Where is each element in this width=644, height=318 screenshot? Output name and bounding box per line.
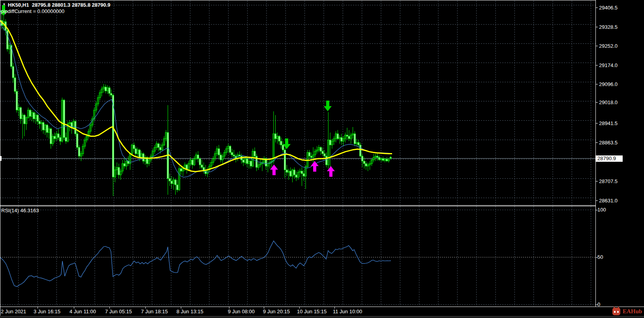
price-axis-label: 28631.0 <box>599 198 618 204</box>
time-axis-label: 11 Jun 10:00 <box>333 309 362 314</box>
window-bottom-edge <box>0 316 644 318</box>
up-signal-arrow <box>270 165 278 175</box>
time-axis-label: 9 Jun 08:00 <box>228 309 255 314</box>
grid-lines <box>0 1 595 306</box>
rsi-axis-label: 50 <box>597 254 603 260</box>
time-axis-label: 2 Jun 2021 <box>1 309 26 314</box>
price-axis-label: 29328.5 <box>599 24 618 30</box>
rsi-line <box>0 241 391 287</box>
rsi-name: RSI(14) <box>1 208 19 213</box>
time-axis-label: 7 Jun 18:15 <box>141 309 168 314</box>
rsi-axis-label: 0 <box>597 302 600 307</box>
ma-slow-line <box>0 21 392 172</box>
rsi-axis-label: 100 <box>597 207 606 213</box>
price-axis-label: 29406.5 <box>599 5 618 11</box>
time-axis-label: 9 Jun 20:15 <box>263 309 290 314</box>
time-axis-label: 8 Jun 13:15 <box>176 309 203 314</box>
price-axis-label: 28941.5 <box>599 121 618 126</box>
time-axis-label: 7 Jun 05:15 <box>105 309 132 314</box>
price-axis-label: 29252.0 <box>599 43 618 49</box>
rsi-indicator-label: RSI(14) 46.3163 <box>1 208 39 213</box>
eahub-branding: EAHub <box>612 308 642 315</box>
eahub-logo-icon <box>612 308 620 315</box>
price-axis-label: 29096.0 <box>599 82 618 87</box>
down-signal-arrow <box>324 101 332 111</box>
current-price-badge: 28790.9 <box>596 155 623 162</box>
price-chart-canvas[interactable] <box>0 0 644 318</box>
pane-borders <box>0 0 644 316</box>
price-axis-label: 28863.5 <box>599 140 618 146</box>
time-axis-label: 3 Jun 16:15 <box>34 309 60 314</box>
price-axis-label: 29018.0 <box>599 100 618 105</box>
chart-title: HK50,H1 28795.8 28801.3 28785.8 28790.9 <box>8 2 111 8</box>
chart-window: ▼ HK50,H1 28795.8 28801.3 28785.8 28790.… <box>0 0 644 318</box>
indicator-value-label: pipdiffCurrent = 0.00000000 <box>1 8 64 14</box>
rsi-current-value: 46.3163 <box>20 208 39 213</box>
chart-dropdown-icon[interactable]: ▼ <box>2 2 6 7</box>
price-axis-label: 28707.5 <box>599 179 618 184</box>
time-axis-label: 10 Jun 15:15 <box>297 309 327 314</box>
chart-title-symbol: HK50,H1 <box>8 2 29 8</box>
price-axis-label: 29174.0 <box>599 63 618 68</box>
chart-title-ohlc: 28795.8 28801.3 28785.8 28790.9 <box>32 2 111 8</box>
time-axis-label: 4 Jun 11:00 <box>69 309 96 314</box>
eahub-logo-text: EAHub <box>623 308 642 315</box>
